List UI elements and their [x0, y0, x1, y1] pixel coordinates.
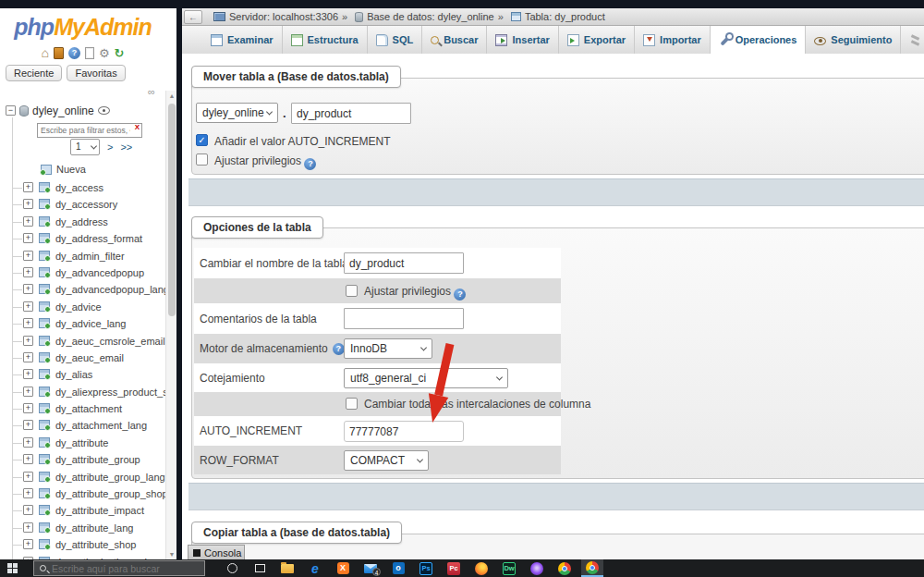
favorites-button[interactable]: Favoritas: [67, 65, 125, 81]
table-name[interactable]: dy_admin_filter: [55, 251, 125, 262]
table-comments-input[interactable]: [344, 308, 464, 329]
firefox-icon[interactable]: [470, 559, 492, 577]
page-select[interactable]: 1: [70, 139, 100, 155]
expand-icon[interactable]: +: [23, 539, 33, 549]
expand-icon[interactable]: +: [23, 284, 33, 294]
table-tree-item[interactable]: +dy_aeuc_email: [0, 350, 165, 366]
breadcrumb-server[interactable]: Servidor: localhost:3306: [229, 11, 338, 22]
help-icon[interactable]: ?: [454, 288, 466, 301]
taskbar-search[interactable]: [33, 560, 205, 576]
row-format-select[interactable]: COMPACT: [344, 450, 429, 471]
tab-importar[interactable]: Importar: [635, 26, 711, 54]
table-filter-input[interactable]: [37, 123, 142, 138]
table-name[interactable]: dy_accessory: [55, 199, 117, 210]
collapse-icon[interactable]: −: [6, 105, 16, 116]
expand-icon[interactable]: +: [23, 251, 33, 261]
table-tree-item[interactable]: +dy_aeuc_cmsrole_email: [0, 333, 165, 350]
table-tree-item[interactable]: +dy_attribute_shop: [0, 536, 165, 553]
table-name[interactable]: dy_advancedpopup_lang: [55, 284, 165, 295]
scroll-down-icon[interactable]: ▼: [166, 551, 177, 558]
chrome-icon[interactable]: [553, 559, 576, 577]
expand-icon[interactable]: +: [23, 454, 33, 464]
table-tree-item[interactable]: +dy_attribute: [0, 435, 165, 451]
edge-icon[interactable]: e: [304, 559, 326, 577]
table-name[interactable]: dy_attachment_lang: [55, 420, 147, 431]
table-name[interactable]: dy_alias: [55, 369, 92, 380]
pc-app-icon[interactable]: Pc: [443, 559, 465, 577]
table-tree-item[interactable]: +dy_attribute_group_lang: [0, 469, 165, 485]
table-name[interactable]: dy_address_format: [55, 233, 142, 244]
table-name[interactable]: dy_address: [55, 216, 108, 227]
move-db-select[interactable]: dyley_online: [196, 103, 278, 123]
expand-icon[interactable]: +: [23, 387, 33, 397]
help-icon[interactable]: ?: [333, 343, 345, 355]
clear-filter-icon[interactable]: X: [135, 123, 140, 132]
expand-icon[interactable]: +: [23, 216, 33, 227]
table-name[interactable]: dy_attribute_impact: [55, 505, 144, 516]
tab-exportar[interactable]: Exportar: [559, 26, 635, 54]
next-page-link[interactable]: >: [107, 141, 113, 153]
expand-icon[interactable]: +: [23, 403, 33, 413]
change-collations-checkbox[interactable]: [346, 398, 358, 410]
adjust-privileges-checkbox[interactable]: [346, 285, 358, 297]
table-name[interactable]: dy_attribute: [55, 437, 108, 448]
expand-icon[interactable]: +: [23, 352, 33, 362]
table-name[interactable]: dy_advice_lang: [55, 318, 126, 329]
adjust-privileges-checkbox-label[interactable]: Ajustar privilegios ?: [214, 154, 316, 170]
auto-increment-checkbox[interactable]: ✓: [196, 134, 208, 146]
expand-icon[interactable]: +: [23, 199, 33, 209]
expand-icon[interactable]: +: [23, 301, 33, 312]
mail-icon[interactable]: 4: [359, 559, 382, 577]
back-button[interactable]: ←: [184, 10, 202, 24]
table-name[interactable]: dy_aliexpress_product_sku: [55, 387, 165, 398]
table-tree-item[interactable]: +dy_advice: [0, 299, 165, 315]
table-name[interactable]: dy_aeuc_email: [55, 352, 124, 363]
table-tree-item[interactable]: +dy_advice_lang: [0, 315, 165, 332]
table-name[interactable]: dy_access: [55, 182, 103, 193]
adjust-privileges-label[interactable]: Ajustar privilegios ?: [364, 285, 466, 301]
tab-sql[interactable]: SQL: [368, 26, 423, 54]
table-tree-item[interactable]: +dy_attachment_lang: [0, 417, 165, 434]
table-tree-item[interactable]: +dy_advancedpopup_lang: [0, 281, 165, 298]
move-table-name-input[interactable]: [291, 103, 411, 124]
database-tree-item[interactable]: − dyley_online: [6, 104, 110, 117]
table-name[interactable]: dy_advancedpopup: [55, 267, 144, 278]
recent-button[interactable]: Reciente: [6, 65, 62, 81]
table-name[interactable]: dy_attribute_group_lang: [55, 472, 165, 483]
table-tree-item[interactable]: +dy_attribute_group: [0, 451, 165, 468]
unfold-icon[interactable]: ∞: [148, 86, 155, 97]
collation-select[interactable]: utf8_general_ci: [344, 368, 508, 388]
tab-insertar[interactable]: Insertar: [487, 26, 558, 54]
table-tree-item[interactable]: +dy_advancedpopup: [0, 264, 165, 281]
table-tree-item[interactable]: +dy_attribute_impact: [0, 502, 165, 519]
scrollbar-thumb[interactable]: [168, 104, 176, 316]
docs-icon[interactable]: [85, 47, 94, 59]
help-icon[interactable]: ?: [304, 158, 316, 170]
tor-browser-icon[interactable]: [526, 559, 548, 577]
console-toggle[interactable]: Consola: [188, 545, 245, 560]
database-name[interactable]: dyley_online: [32, 104, 94, 117]
table-tree-item[interactable]: +dy_attribute_lang: [0, 520, 165, 536]
table-tree-item[interactable]: +dy_address: [0, 214, 165, 230]
last-page-link[interactable]: >>: [120, 141, 132, 153]
expand-icon[interactable]: +: [23, 488, 33, 498]
settings-gear-icon[interactable]: ⚙: [99, 47, 110, 59]
new-table-item[interactable]: Nueva: [41, 164, 86, 175]
expand-icon[interactable]: +: [23, 472, 33, 482]
expand-icon[interactable]: +: [23, 437, 33, 448]
help-icon[interactable]: ?: [68, 47, 80, 59]
table-tree-item[interactable]: +dy_admin_filter: [0, 248, 165, 264]
table-name[interactable]: dy_advice: [55, 301, 102, 313]
xampp-icon[interactable]: X: [332, 559, 354, 577]
breadcrumb-table[interactable]: Tabla: dy_product: [525, 11, 605, 22]
tab-seguimiento[interactable]: Seguimiento: [806, 26, 901, 54]
tab-estructura[interactable]: Estructura: [283, 26, 368, 54]
expand-icon[interactable]: +: [23, 420, 33, 430]
reload-icon[interactable]: ↻: [115, 47, 125, 59]
taskbar-search-input[interactable]: [52, 563, 190, 574]
table-name[interactable]: dy_attribute_lang: [55, 522, 133, 534]
logout-icon[interactable]: [54, 47, 64, 59]
storage-engine-select[interactable]: InnoDB: [344, 338, 432, 359]
phpmyadmin-logo[interactable]: phpMyAdmin: [0, 14, 165, 41]
table-name[interactable]: dy_attribute_group: [55, 454, 140, 465]
